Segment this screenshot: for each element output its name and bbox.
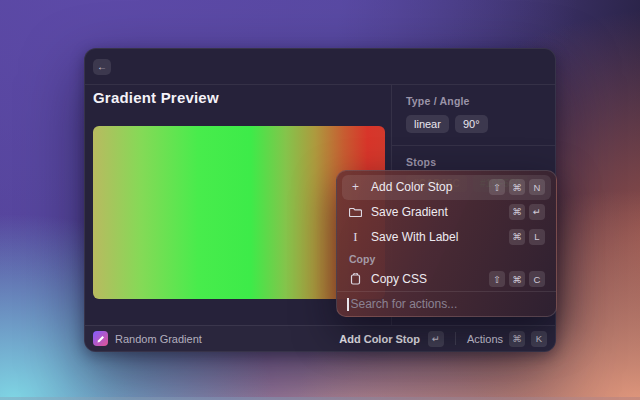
return-key-icon: ↵	[428, 331, 444, 347]
return-key-icon: ↵	[529, 204, 545, 220]
back-arrow-icon: ←	[97, 61, 107, 72]
action-label: Save With Label	[371, 230, 458, 244]
back-button[interactable]: ←	[93, 59, 111, 75]
status-bar: Random Gradient Add Color Stop ↵ Actions…	[85, 325, 555, 351]
command-key-icon: ⌘	[509, 179, 525, 195]
page-title: Gradient Preview	[93, 89, 219, 106]
command-key-icon: ⌘	[509, 331, 525, 347]
command-key-icon: ⌘	[509, 229, 525, 245]
clipboard-icon	[348, 273, 363, 285]
type-badge: linear	[406, 115, 449, 133]
desktop-background: ← Gradient Preview Type / Angle linear 9…	[0, 0, 640, 400]
shift-key-icon: ⇧	[489, 271, 505, 287]
actions-panel: + Add Color Stop ⇧ ⌘ N Save Gradient ⌘ ↵…	[336, 170, 557, 317]
actions-search-input[interactable]	[351, 297, 547, 311]
panel-divider	[392, 145, 555, 146]
type-angle-label: Type / Angle	[406, 95, 541, 107]
action-item-save-gradient[interactable]: Save Gradient ⌘ ↵	[342, 200, 551, 225]
footer-divider	[455, 332, 456, 345]
folder-icon	[348, 206, 363, 217]
action-label: Copy CSS	[371, 272, 427, 286]
action-item-copy-css[interactable]: Copy CSS ⇧ ⌘ C	[342, 267, 551, 292]
text-cursor-icon: I	[348, 229, 363, 245]
plus-icon: +	[348, 180, 363, 194]
command-key-icon: ⌘	[509, 271, 525, 287]
shift-key-icon: ⇧	[489, 179, 505, 195]
action-label: Save Gradient	[371, 205, 448, 219]
n-key-icon: N	[529, 179, 545, 195]
l-key-icon: L	[529, 229, 545, 245]
action-item-add-color-stop[interactable]: + Add Color Stop ⇧ ⌘ N	[342, 175, 551, 200]
text-caret	[347, 298, 349, 311]
c-key-icon: C	[529, 271, 545, 287]
actions-search-bar	[337, 291, 556, 316]
action-label: Add Color Stop	[371, 180, 452, 194]
primary-action-button[interactable]: Add Color Stop	[339, 333, 420, 345]
actions-menu-button[interactable]: Actions	[467, 333, 503, 345]
command-name: Random Gradient	[115, 333, 202, 345]
action-item-save-with-label[interactable]: I Save With Label ⌘ L	[342, 224, 551, 249]
window-header: ←	[85, 49, 555, 85]
pen-icon	[96, 334, 106, 344]
gradient-app-icon	[93, 331, 108, 346]
command-key-icon: ⌘	[509, 204, 525, 220]
copy-section-label: Copy	[337, 249, 556, 267]
k-key-icon: K	[531, 331, 547, 347]
stops-label: Stops	[406, 156, 541, 168]
angle-badge: 90°	[455, 115, 488, 133]
